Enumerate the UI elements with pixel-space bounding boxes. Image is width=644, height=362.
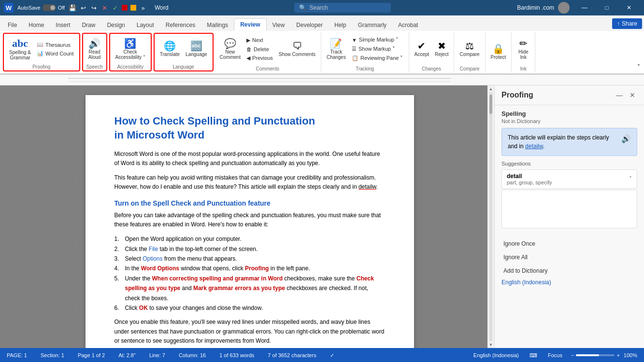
tab-references[interactable]: References [160, 19, 201, 31]
status-line[interactable]: Line: 7 [147, 351, 167, 359]
showmarkup-button[interactable]: ☰ Show Markup ˅ [349, 45, 406, 53]
delete-button[interactable]: 🗑 Delete [244, 45, 275, 53]
search-box[interactable]: 🔍 Search [294, 3, 391, 13]
showcomments-button[interactable]: 🗨 Show Comments [276, 40, 318, 58]
trackchanges-label: TrackChanges [327, 49, 346, 60]
tab-help[interactable]: Help [329, 19, 352, 31]
panel-minimize-button[interactable]: — [614, 90, 625, 100]
tab-review[interactable]: Review [234, 18, 266, 31]
vertical-scrollbar[interactable]: ▲ ▼ [487, 85, 494, 348]
thesaurus-button[interactable]: 📖 Thesaurus [34, 41, 76, 49]
language-button[interactable]: 🔤 Language [183, 40, 210, 58]
tab-mailings[interactable]: Mailings [201, 19, 234, 31]
document-page[interactable]: How to Check Spelling and Punctuationin … [86, 95, 414, 348]
scroll-up-button[interactable]: ▲ [488, 86, 493, 91]
trackchanges-button[interactable]: 📝 TrackChanges [324, 37, 348, 61]
zoom-percent[interactable]: 100% [622, 351, 639, 359]
proofing-panel: Proofing — ✕ Spelling Not in Dictionary … [494, 85, 644, 348]
focus-button[interactable]: Focus [546, 351, 564, 359]
share-button[interactable]: ↑ Share [612, 18, 642, 29]
ink-group: ✏ HideInk Ink [512, 32, 535, 72]
tab-file[interactable]: File [2, 19, 23, 31]
speech-items: 🔊 ReadAloud [86, 35, 103, 63]
undo-icon[interactable]: ↩ [79, 4, 87, 12]
ribbon-expand[interactable]: ˅ [635, 32, 642, 72]
search-icon: 🔍 [299, 4, 306, 11]
status-page[interactable]: PAGE: 1 [5, 351, 29, 359]
add-to-dictionary-button[interactable]: Add to Dictionary [501, 265, 637, 277]
tab-acrobat[interactable]: Acrobat [392, 19, 424, 31]
status-spell-check-icon[interactable]: ✓ [328, 351, 336, 360]
status-column[interactable]: Column: 16 [177, 351, 208, 359]
readaloud-button[interactable]: 🔊 ReadAloud [86, 37, 103, 61]
simplemarkup-button[interactable]: ▼ Simple Markup ˅ [349, 36, 406, 44]
zoom-out-icon[interactable]: − [571, 352, 574, 358]
scroll-track[interactable] [489, 92, 492, 341]
tab-draw[interactable]: Draw [76, 19, 101, 31]
compare-button[interactable]: ⚖ Compare [457, 40, 482, 58]
minimize-button[interactable]: — [573, 0, 596, 15]
language-group-label: Language [172, 63, 194, 70]
translate-button[interactable]: 🌐 Translate [157, 40, 182, 58]
scroll-down-button[interactable]: ▼ [488, 342, 493, 347]
reviewingpane-button[interactable]: 📋 Reviewing Pane ˅ [349, 54, 406, 62]
newcomment-button[interactable]: 💬 NewComment [217, 37, 243, 61]
tab-grammarly[interactable]: Grammarly [352, 19, 392, 31]
scroll-thumb[interactable] [489, 95, 492, 114]
checkmark-icon[interactable]: ✓ [111, 4, 119, 12]
suggestions-title: Suggestions [501, 161, 637, 167]
tracking-group-label: Tracking [356, 65, 374, 71]
accept-icon: ✔ [417, 41, 426, 51]
add-command-icon[interactable]: » [139, 4, 147, 12]
status-section[interactable]: Section: 1 [39, 351, 66, 359]
panel-close-button[interactable]: ✕ [628, 90, 637, 100]
maximize-button[interactable]: □ [596, 0, 618, 15]
language-link[interactable]: English (Indonesia) [495, 277, 644, 288]
autosave-toggle[interactable] [43, 4, 56, 11]
sound-button[interactable]: 🔊 [621, 134, 631, 143]
tab-developer[interactable]: Developer [290, 19, 329, 31]
list-item-1: 1.Open the Word application on your comp… [114, 234, 385, 244]
checkaccessibility-button[interactable]: ♿ CheckAccessibility ˅ [113, 37, 148, 61]
status-language[interactable]: English (Indonesia) [472, 351, 521, 359]
spelling-grammar-button[interactable]: abc Spelling &Grammar [7, 37, 33, 62]
reject-label: Reject [435, 52, 448, 57]
protect-button[interactable]: 🔒 Protect [488, 42, 509, 61]
tab-design[interactable]: Design [101, 19, 130, 31]
spelling-box: This article will explain the steps clea… [501, 128, 637, 156]
zoom-in-icon[interactable]: + [616, 352, 619, 358]
wordcount-button[interactable]: 📊 Word Count [34, 49, 76, 57]
status-chars[interactable]: 7 of 3652 characters [266, 351, 318, 359]
ignore-all-button[interactable]: Ignore All [501, 251, 637, 263]
status-words[interactable]: 1 of 633 words [217, 351, 256, 359]
suggestion-item-1[interactable]: detail part, group, specify ˅ [501, 169, 637, 189]
tab-view[interactable]: View [267, 19, 291, 31]
next-button[interactable]: ▶ Next [244, 36, 275, 44]
tab-insert[interactable]: Insert [50, 19, 76, 31]
tab-home[interactable]: Home [23, 19, 50, 31]
hideink-button[interactable]: ✏ HideInk [515, 37, 532, 61]
redo-icon[interactable]: ↪ [90, 4, 98, 12]
wordcount-label: Word Count [45, 51, 74, 56]
comments-group: 💬 NewComment ▶ Next 🗑 Delete ◀ Previous [215, 32, 321, 72]
zoom-bar[interactable] [576, 354, 615, 356]
panel-actions: Ignore Once Ignore All Add to Dictionary [495, 238, 644, 277]
close-button[interactable]: ✕ [618, 0, 640, 15]
status-position[interactable]: At: 2.8" [116, 351, 138, 359]
delete-icon: 🗑 [246, 46, 252, 52]
accept-button[interactable]: ✔ Accept [412, 40, 432, 58]
misspelled-link[interactable]: detailw [525, 143, 543, 150]
previous-icon: ◀ [246, 55, 250, 61]
reject-button[interactable]: ✖ Reject [432, 40, 451, 58]
tab-layout[interactable]: Layout [131, 19, 160, 31]
accept-label: Accept [415, 52, 429, 57]
thesaurus-icon: 📖 [37, 42, 43, 48]
suggestion-expand-icon[interactable]: ˅ [629, 176, 632, 182]
close-doc-icon[interactable]: ✕ [100, 4, 108, 12]
status-page-count[interactable]: Page 1 of 2 [76, 351, 107, 359]
tracking-group: 📝 TrackChanges ▼ Simple Markup ˅ ☰ Show … [321, 32, 409, 72]
ignore-once-button[interactable]: Ignore Once [501, 238, 637, 250]
previous-button[interactable]: ◀ Previous [244, 54, 275, 62]
keyboard-icon[interactable]: ⌨ [528, 351, 539, 360]
save-icon[interactable]: 💾 [69, 4, 76, 12]
